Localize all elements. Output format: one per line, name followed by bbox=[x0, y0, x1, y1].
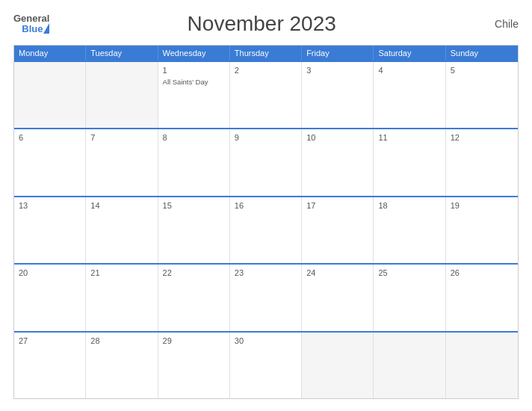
day-headers-row: Monday Tuesday Wednesday Thursday Friday… bbox=[14, 46, 518, 61]
day-number: 9 bbox=[235, 132, 297, 143]
day-cell-5-6 bbox=[374, 333, 445, 398]
week-row-4: 20212223242526 bbox=[14, 263, 518, 330]
day-number: 4 bbox=[378, 65, 440, 76]
day-cell-4-3: 22 bbox=[158, 265, 230, 330]
month-title: November 2023 bbox=[49, 12, 474, 36]
day-cell-3-3: 15 bbox=[158, 197, 230, 263]
week-row-5: 27282930 bbox=[14, 331, 518, 398]
day-cell-2-1: 6 bbox=[14, 129, 86, 195]
day-cell-3-2: 14 bbox=[86, 197, 158, 263]
day-cell-2-3: 8 bbox=[158, 129, 230, 195]
day-number: 16 bbox=[235, 200, 297, 211]
day-cell-4-6: 25 bbox=[374, 265, 445, 330]
day-number: 23 bbox=[235, 268, 297, 279]
day-cell-1-2 bbox=[86, 62, 158, 128]
day-number: 3 bbox=[306, 65, 368, 76]
day-number: 1 bbox=[163, 65, 225, 76]
day-cell-5-4: 30 bbox=[230, 333, 302, 398]
logo: General Blue bbox=[13, 13, 49, 35]
day-number: 29 bbox=[163, 336, 225, 347]
day-number: 14 bbox=[90, 200, 152, 211]
day-number: 22 bbox=[163, 268, 225, 279]
day-cell-4-1: 20 bbox=[14, 265, 86, 330]
day-cell-3-1: 13 bbox=[14, 197, 86, 263]
header-wednesday: Wednesday bbox=[158, 46, 230, 61]
day-cell-1-4: 2 bbox=[230, 62, 302, 128]
logo-triangle-icon bbox=[43, 23, 49, 34]
day-number: 11 bbox=[378, 132, 440, 143]
logo-blue-text: Blue bbox=[22, 24, 43, 34]
header-monday: Monday bbox=[14, 46, 86, 61]
day-number: 10 bbox=[306, 132, 368, 143]
day-cell-2-2: 7 bbox=[86, 129, 158, 195]
country-label: Chile bbox=[474, 18, 519, 30]
day-number: 6 bbox=[19, 132, 81, 143]
day-number: 15 bbox=[163, 200, 225, 211]
day-number: 17 bbox=[306, 200, 368, 211]
day-cell-5-2: 28 bbox=[86, 333, 158, 398]
week-row-2: 6789101112 bbox=[14, 128, 518, 195]
day-number: 30 bbox=[235, 336, 297, 347]
calendar-grid: Monday Tuesday Wednesday Thursday Friday… bbox=[13, 45, 519, 399]
day-number: 18 bbox=[378, 200, 440, 211]
header-friday: Friday bbox=[302, 46, 374, 61]
day-number: 24 bbox=[306, 268, 368, 279]
day-number: 13 bbox=[19, 200, 81, 211]
week-row-3: 13141516171819 bbox=[14, 196, 518, 263]
header: General Blue November 2023 Chile bbox=[13, 12, 519, 36]
day-cell-2-6: 11 bbox=[374, 129, 445, 195]
day-cell-4-2: 21 bbox=[86, 265, 158, 330]
calendar-page: General Blue November 2023 Chile Monday … bbox=[0, 0, 532, 411]
day-cell-5-3: 29 bbox=[158, 333, 230, 398]
header-saturday: Saturday bbox=[374, 46, 445, 61]
day-cell-1-5: 3 bbox=[302, 62, 374, 128]
week-row-1: 1All Saints' Day2345 bbox=[14, 61, 518, 128]
day-number: 25 bbox=[378, 268, 440, 279]
day-number: 12 bbox=[451, 132, 513, 143]
day-number: 5 bbox=[451, 65, 513, 76]
day-number: 27 bbox=[19, 336, 81, 347]
day-cell-1-7: 5 bbox=[446, 62, 518, 128]
day-cell-2-4: 9 bbox=[230, 129, 302, 195]
day-cell-5-7 bbox=[446, 333, 518, 398]
day-event: All Saints' Day bbox=[163, 78, 225, 86]
day-number: 21 bbox=[90, 268, 152, 279]
day-cell-3-6: 18 bbox=[374, 197, 445, 263]
day-cell-3-7: 19 bbox=[446, 197, 518, 263]
day-cell-4-5: 24 bbox=[302, 265, 374, 330]
day-number: 2 bbox=[235, 65, 297, 76]
day-number: 19 bbox=[451, 200, 513, 211]
header-thursday: Thursday bbox=[230, 46, 302, 61]
day-cell-3-4: 16 bbox=[230, 197, 302, 263]
header-sunday: Sunday bbox=[446, 46, 518, 61]
day-cell-1-3: 1All Saints' Day bbox=[158, 62, 230, 128]
weeks-container: 1All Saints' Day234567891011121314151617… bbox=[14, 61, 518, 398]
header-tuesday: Tuesday bbox=[86, 46, 158, 61]
day-cell-4-7: 26 bbox=[446, 265, 518, 330]
day-number: 8 bbox=[163, 132, 225, 143]
day-cell-2-5: 10 bbox=[302, 129, 374, 195]
day-number: 7 bbox=[90, 132, 152, 143]
day-cell-4-4: 23 bbox=[230, 265, 302, 330]
day-cell-3-5: 17 bbox=[302, 197, 374, 263]
day-cell-5-5 bbox=[302, 333, 374, 398]
day-number: 28 bbox=[90, 336, 152, 347]
day-cell-1-1 bbox=[14, 62, 86, 128]
day-number: 20 bbox=[19, 268, 81, 279]
day-number: 26 bbox=[451, 268, 513, 279]
day-cell-1-6: 4 bbox=[374, 62, 445, 128]
day-cell-5-1: 27 bbox=[14, 333, 86, 398]
day-cell-2-7: 12 bbox=[446, 129, 518, 195]
